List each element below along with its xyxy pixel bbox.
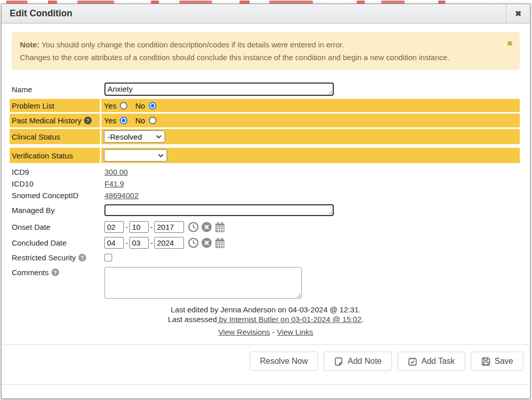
view-revisions-link[interactable]: View Revisions: [218, 328, 270, 336]
date-separator: -: [150, 238, 153, 247]
snomed-code-link[interactable]: 48694002: [104, 191, 139, 200]
note-banner: Note: You should only change the conditi…: [12, 32, 520, 70]
revision-links: View Revisions - View Links: [12, 328, 520, 336]
comments-label: Comments: [12, 268, 49, 277]
resolve-now-label: Resolve Now: [260, 357, 308, 366]
note-text-1: You should only change the condition des…: [39, 40, 344, 49]
chevron-down-icon: [158, 154, 164, 157]
last-assessed-prefix: Last assessed: [168, 315, 217, 324]
task-calendar-icon: [408, 357, 417, 366]
icd9-label: ICD9: [12, 166, 102, 178]
icd10-code-link[interactable]: F41.9: [104, 179, 124, 188]
clinical-status-value: -Resolved: [108, 132, 156, 141]
note-label: Note:: [20, 40, 39, 49]
concluded-calendar-icon[interactable]: [215, 237, 225, 248]
audit-info: Last edited by Jenna Anderson on 04-03-2…: [12, 305, 520, 324]
past-medical-history-label: Past Medical History: [12, 116, 82, 125]
add-note-button[interactable]: Add Note: [324, 352, 392, 371]
concluded-date-row: Concluded Date - -: [12, 236, 520, 250]
note-banner-line1: Note: You should only change the conditi…: [20, 38, 512, 51]
onset-date-row: Onset Date - -: [12, 220, 520, 234]
problem-list-label: Problem List: [10, 99, 100, 112]
date-separator: -: [150, 223, 153, 231]
pmh-no-radio[interactable]: [149, 117, 156, 124]
save-floppy-icon: [481, 357, 491, 366]
snomed-row: Snomed ConceptID 48694002: [12, 190, 520, 201]
pmh-yes-label: Yes: [104, 116, 116, 125]
onset-year-input[interactable]: [154, 221, 184, 233]
concluded-year-input[interactable]: [154, 237, 184, 249]
last-assessed-suffix: .: [361, 315, 363, 324]
icd10-label: ICD10: [12, 178, 102, 190]
last-assessed-link[interactable]: by Internist Butler on 03-01-2024 @ 15:0…: [217, 315, 361, 324]
comments-input[interactable]: [104, 267, 302, 299]
resolve-now-button[interactable]: Resolve Now: [250, 352, 318, 371]
managed-by-label: Managed By: [12, 203, 102, 217]
background-page-strip: [0, 0, 532, 4]
condition-form: Name Anxiety Problem List Yes No Past Me…: [12, 82, 520, 336]
name-input[interactable]: Anxiety: [104, 83, 334, 96]
icd9-row: ICD9 300.00: [12, 166, 520, 178]
last-edited-text: Last edited by Jenna Anderson on 04-03-2…: [12, 305, 520, 314]
note-banner-close-icon[interactable]: ✖: [507, 37, 513, 50]
concluded-clear-icon[interactable]: [201, 237, 212, 248]
date-separator: -: [125, 238, 128, 247]
restricted-security-help-icon[interactable]: ?: [78, 254, 86, 261]
problem-list-row: Problem List Yes No: [12, 99, 520, 112]
icd10-row: ICD10 F41.9: [12, 178, 520, 190]
dialog-close-icon[interactable]: ✖: [506, 4, 530, 23]
restricted-security-label: Restricted Security: [12, 253, 76, 262]
date-separator: -: [125, 223, 128, 231]
view-links-link[interactable]: View Links: [277, 328, 313, 336]
onset-time-icon[interactable]: [188, 222, 199, 232]
verification-status-label: Verification Status: [10, 148, 100, 163]
managed-by-input[interactable]: [104, 204, 334, 216]
onset-month-input[interactable]: [104, 221, 124, 233]
pmh-no-label: No: [135, 116, 145, 125]
onset-clear-icon[interactable]: [201, 222, 212, 232]
note-icon: [334, 357, 343, 366]
note-text-2: Changes to the core attributes of a cond…: [20, 51, 512, 64]
name-label: Name: [12, 82, 102, 97]
clinical-status-label: Clinical Status: [10, 129, 100, 144]
pmh-yes-radio[interactable]: [120, 117, 127, 124]
onset-day-input[interactable]: [129, 221, 149, 233]
clinical-status-row: Clinical Status -Resolved: [12, 129, 520, 144]
snomed-label: Snomed ConceptID: [12, 190, 102, 201]
past-medical-history-row: Past Medical History ? Yes No: [12, 114, 520, 127]
comments-row: Comments ?: [12, 266, 520, 300]
save-label: Save: [495, 357, 513, 366]
verification-status-row: Verification Status: [12, 148, 520, 163]
last-assessed-text: Last assessed by Internist Butler on 03-…: [12, 314, 520, 324]
edit-condition-dialog: Edit Condition ✖ Note: You should only c…: [1, 4, 530, 399]
name-row: Name Anxiety: [12, 82, 520, 97]
problem-list-no-label: No: [135, 101, 145, 110]
links-separator: -: [272, 328, 275, 336]
dialog-footer: Resolve Now Add Note Add Task Save: [2, 345, 530, 371]
dialog-title: Edit Condition: [2, 8, 506, 19]
footer-divider-bottom: [2, 384, 530, 385]
clinical-status-select[interactable]: -Resolved: [104, 130, 165, 143]
save-button[interactable]: Save: [471, 352, 523, 371]
managed-by-row: Managed By: [12, 203, 520, 217]
problem-list-yes-radio[interactable]: [120, 102, 127, 110]
onset-calendar-icon[interactable]: [215, 222, 225, 232]
onset-date-label: Onset Date: [12, 220, 102, 234]
concluded-day-input[interactable]: [129, 237, 149, 249]
concluded-month-input[interactable]: [104, 237, 124, 249]
concluded-time-icon[interactable]: [188, 237, 199, 248]
problem-list-no-radio[interactable]: [149, 102, 156, 110]
comments-help-icon[interactable]: ?: [51, 269, 59, 276]
verification-status-select[interactable]: [104, 149, 167, 162]
dialog-header: Edit Condition ✖: [2, 4, 530, 23]
restricted-security-checkbox[interactable]: [104, 254, 112, 261]
chevron-down-icon: [156, 135, 162, 139]
past-medical-history-help-icon[interactable]: ?: [84, 117, 92, 124]
restricted-security-row: Restricted Security ?: [12, 252, 520, 263]
concluded-date-label: Concluded Date: [12, 236, 102, 250]
add-note-label: Add Note: [348, 357, 382, 366]
problem-list-yes-label: Yes: [104, 101, 116, 110]
add-task-label: Add Task: [421, 357, 455, 366]
icd9-code-link[interactable]: 300.00: [104, 168, 128, 176]
add-task-button[interactable]: Add Task: [397, 352, 465, 371]
